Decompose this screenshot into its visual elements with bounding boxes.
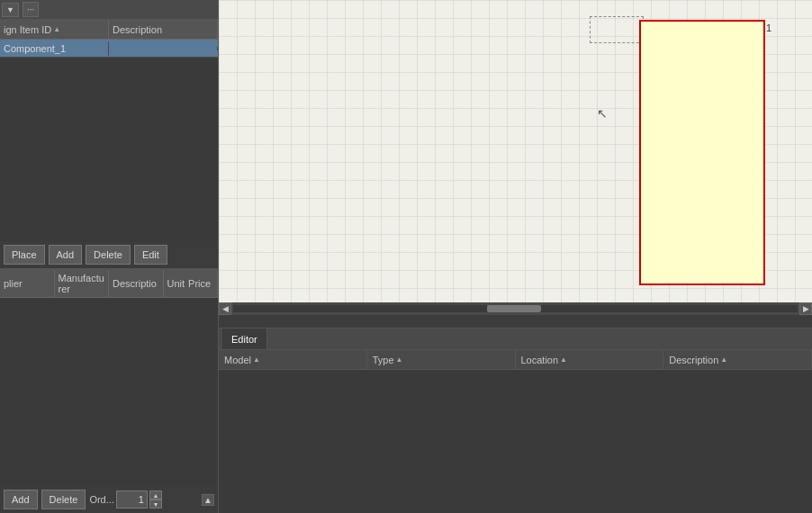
editor-col-description[interactable]: Description ▲ bbox=[663, 350, 812, 369]
delete-bom-button[interactable]: Delete bbox=[86, 245, 131, 265]
bom-rows: Component_1 bbox=[0, 40, 218, 241]
editor-tab[interactable]: Editor bbox=[222, 328, 267, 349]
scroll-left-arrow[interactable]: ◀ bbox=[219, 302, 231, 315]
bom-cell-id: Component_1 bbox=[0, 41, 109, 56]
model-sort-icon: ▲ bbox=[253, 356, 260, 364]
bom-col-desc-label: Description bbox=[113, 24, 162, 35]
description-sort-icon: ▲ bbox=[720, 356, 727, 364]
sub-col-description-label: Descriptio bbox=[113, 278, 157, 289]
order-input[interactable] bbox=[116, 490, 148, 508]
bom-header: ▼ ··· bbox=[0, 0, 218, 20]
horizontal-scrollbar[interactable]: ◀ ▶ bbox=[219, 302, 812, 315]
sub-col-unit-price[interactable]: Unit Price bbox=[164, 270, 219, 297]
bom-row[interactable]: Component_1 bbox=[0, 40, 218, 58]
bom-col-id[interactable]: ign Item ID ▲ bbox=[0, 20, 109, 39]
editor-col-type[interactable]: Type ▲ bbox=[367, 350, 516, 369]
delete-sub-button[interactable]: Delete bbox=[41, 490, 86, 509]
component-box[interactable] bbox=[639, 20, 765, 285]
bom-section: ▼ ··· ign Item ID ▲ Description Componen… bbox=[0, 0, 218, 270]
sub-col-supplier[interactable]: plier bbox=[0, 270, 55, 297]
cursor-indicator: ↖ bbox=[597, 106, 608, 122]
place-button[interactable]: Place bbox=[4, 245, 45, 265]
bom-sub-col-header: plier Manufacturer Descriptio Unit Price bbox=[0, 270, 218, 298]
location-sort-icon: ▲ bbox=[560, 356, 567, 364]
editor-col-model[interactable]: Model ▲ bbox=[219, 350, 367, 369]
editor-rows bbox=[219, 370, 812, 513]
scroll-right-arrow[interactable]: ▶ bbox=[799, 302, 812, 315]
bom-actions: Place Add Delete Edit bbox=[0, 241, 218, 269]
scroll-thumb[interactable] bbox=[487, 305, 541, 312]
bom-dropdown[interactable]: ▼ bbox=[2, 3, 19, 17]
canvas-grid: 1 ↖ bbox=[219, 0, 812, 315]
sub-col-price-label: Price bbox=[188, 278, 211, 289]
editor-col-description-label: Description bbox=[669, 355, 718, 365]
spinner-up[interactable]: ▲ bbox=[149, 490, 162, 500]
sub-col-manufacturer[interactable]: Manufacturer bbox=[55, 270, 110, 297]
bom-cell-desc bbox=[109, 47, 218, 50]
bom-col-header: ign Item ID ▲ Description bbox=[0, 20, 218, 40]
main-canvas[interactable]: 1 ↖ bbox=[219, 0, 812, 315]
selection-box bbox=[590, 16, 644, 43]
add-sub-button[interactable]: Add bbox=[4, 490, 38, 509]
editor-col-location[interactable]: Location ▲ bbox=[516, 350, 664, 369]
edit-bom-button[interactable]: Edit bbox=[134, 245, 167, 265]
sub-col-unit-label: Unit bbox=[167, 278, 185, 289]
left-panel: ▼ ··· ign Item ID ▲ Description Componen… bbox=[0, 0, 219, 513]
bom-more-btn[interactable]: ··· bbox=[23, 2, 39, 17]
sub-col-manufacturer-label: Manufacturer bbox=[59, 273, 105, 294]
editor-tab-label: Editor bbox=[231, 334, 257, 345]
order-spinner: ▲ ▼ bbox=[149, 490, 162, 508]
editor-col-location-label: Location bbox=[521, 355, 559, 365]
sort-asc-icon: ▲ bbox=[53, 25, 60, 33]
collapse-up-button[interactable]: ▲ bbox=[202, 494, 214, 506]
order-label: Ord... bbox=[89, 494, 114, 505]
editor-col-model-label: Model bbox=[224, 355, 251, 365]
component-label: 1 bbox=[766, 22, 771, 33]
bottom-editor: Editor Model ▲ Type ▲ Location ▲ Descrip… bbox=[219, 328, 812, 513]
bom-sub-section: plier Manufacturer Descriptio Unit Price… bbox=[0, 270, 218, 513]
type-sort-icon: ▲ bbox=[396, 356, 403, 364]
scroll-track[interactable] bbox=[233, 305, 798, 312]
bom-col-id-label: ign Item ID bbox=[4, 24, 51, 35]
bom-sub-actions: Add Delete Ord... ▲ ▼ ▲ bbox=[0, 486, 218, 513]
spinner-down[interactable]: ▼ bbox=[149, 500, 162, 508]
sub-col-description[interactable]: Descriptio bbox=[109, 270, 164, 297]
sub-col-supplier-label: plier bbox=[4, 278, 23, 289]
order-wrapper: Ord... ▲ ▼ bbox=[89, 490, 162, 508]
bom-sub-rows bbox=[0, 298, 218, 486]
bom-col-desc[interactable]: Description bbox=[109, 20, 218, 39]
editor-col-header: Model ▲ Type ▲ Location ▲ Description ▲ bbox=[219, 350, 812, 370]
editor-col-type-label: Type bbox=[373, 355, 394, 365]
editor-tab-bar: Editor bbox=[219, 328, 812, 350]
add-bom-button[interactable]: Add bbox=[49, 245, 83, 265]
